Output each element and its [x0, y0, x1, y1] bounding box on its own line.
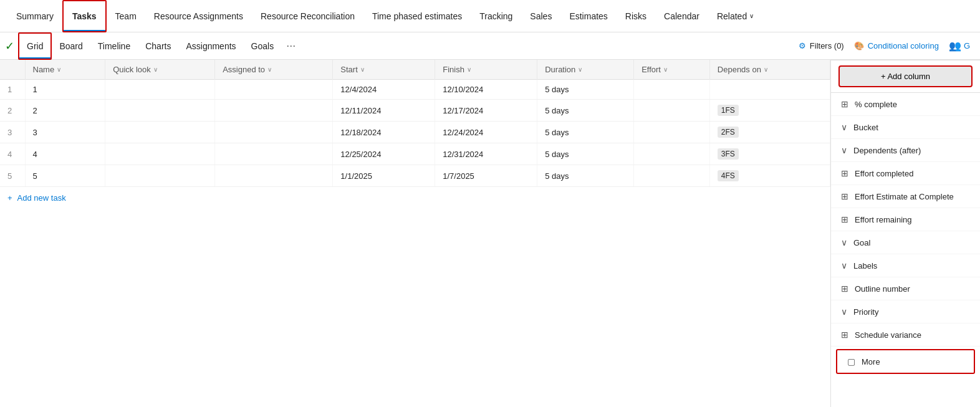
chevron-down-icon: ∨: [749, 12, 754, 19]
cell-assigned: [215, 100, 333, 122]
cell-name: 5: [25, 165, 105, 187]
sort-arrow-icon: ∨: [267, 66, 272, 73]
sort-arrow-icon: ∨: [764, 66, 768, 73]
col-label-finish: Finish: [443, 65, 464, 74]
cell-num: 4: [0, 143, 25, 165]
dropdown-item-percent-complete[interactable]: ⊞% complete: [831, 93, 980, 116]
group-button[interactable]: 👥G: [949, 40, 970, 52]
sort-arrow-icon: ∨: [57, 66, 61, 73]
cell-quicklook: [105, 80, 215, 100]
col-header-effort[interactable]: Effort∨: [634, 60, 710, 80]
depends-badge: 2FS: [718, 127, 739, 138]
table-row: 2212/11/202412/17/20245 days1FS: [0, 100, 830, 122]
cell-finish: 12/17/2024: [435, 100, 537, 122]
add-column-button[interactable]: + Add column: [838, 65, 973, 87]
cell-effort: [634, 100, 710, 122]
top-nav-item-related[interactable]: Related∨: [708, 0, 762, 32]
dropdown-item-label: Priority: [853, 307, 878, 317]
filter-button[interactable]: ⚙Filters (0): [799, 41, 844, 50]
dropdown-item-effort-estimate[interactable]: ⊞Effort Estimate at Complete: [831, 185, 980, 208]
dropdown-item-label: Effort Estimate at Complete: [855, 192, 954, 201]
cell-duration: 5 days: [537, 122, 634, 143]
dropdown-item-labels[interactable]: ∨Labels: [831, 254, 980, 277]
dropdown-item-label: Outline number: [855, 284, 910, 294]
col-header-name[interactable]: Name∨: [25, 60, 105, 80]
cell-name: 4: [25, 143, 105, 165]
cell-duration: 5 days: [537, 80, 634, 100]
col-header-finish[interactable]: Finish∨: [435, 60, 537, 80]
top-nav-item-resource-reconciliation[interactable]: Resource Reconciliation: [252, 0, 363, 32]
add-task-row[interactable]: + Add new task: [0, 187, 830, 209]
filter-icon: ⚙: [799, 41, 806, 50]
dropdown-item-label: Labels: [853, 261, 877, 271]
sort-arrow-icon: ∨: [663, 66, 668, 73]
depends-badge: 3FS: [718, 148, 739, 160]
col-header-depends[interactable]: Depends on∨: [709, 60, 830, 80]
cell-finish: 12/31/2024: [435, 143, 537, 165]
top-nav-item-risks[interactable]: Risks: [617, 0, 655, 32]
grid-icon: ⊞: [841, 284, 848, 294]
sub-nav-item-board[interactable]: Board: [52, 32, 90, 60]
cell-finish: 12/24/2024: [435, 122, 537, 143]
top-nav-item-estimates[interactable]: Estimates: [560, 0, 616, 32]
col-header-start[interactable]: Start∨: [333, 60, 435, 80]
sub-nav-right: ⚙Filters (0)🎨Conditional coloring👥G: [799, 40, 970, 52]
task-table: Name∨Quick look∨Assigned to∨Start∨Finish…: [0, 60, 830, 187]
dropdown-item-label: Schedule variance: [855, 330, 921, 340]
sort-arrow-icon: ∨: [360, 66, 365, 73]
cell-num: 5: [0, 165, 25, 187]
sub-nav-item-charts[interactable]: Charts: [138, 32, 178, 60]
dropdown-item-outline-number[interactable]: ⊞Outline number: [831, 277, 980, 300]
sub-nav-left: ✓ GridBoardTimelineChartsAssignmentsGoal…: [5, 32, 799, 60]
top-nav-item-summary[interactable]: Summary: [7, 0, 62, 32]
col-header-duration[interactable]: Duration∨: [537, 60, 634, 80]
dropdown-item-priority[interactable]: ∨Priority: [831, 300, 980, 323]
dropdown-item-effort-completed[interactable]: ⊞Effort completed: [831, 162, 980, 185]
sub-nav-item-grid[interactable]: Grid: [18, 32, 52, 60]
top-nav-item-team[interactable]: Team: [107, 0, 145, 32]
dropdown-item-schedule-variance[interactable]: ⊞Schedule variance: [831, 323, 980, 347]
conditional-coloring-button[interactable]: 🎨Conditional coloring: [854, 41, 939, 50]
cell-quicklook: [105, 100, 215, 122]
cell-depends: 3FS: [709, 143, 830, 165]
top-nav-item-resource-assignments[interactable]: Resource Assignments: [145, 0, 252, 32]
col-label-assigned: Assigned to: [223, 65, 265, 74]
top-nav-item-sales[interactable]: Sales: [521, 0, 560, 32]
sub-nav-more-button[interactable]: ···: [281, 39, 300, 52]
cell-name: 3: [25, 122, 105, 143]
top-nav-item-time-phased-estimates[interactable]: Time phased estimates: [363, 0, 471, 32]
square-icon: ▢: [847, 357, 855, 366]
cell-start: 1/1/2025: [333, 165, 435, 187]
cell-assigned: [215, 165, 333, 187]
table-row: 551/1/20251/7/20255 days4FS: [0, 165, 830, 187]
dropdown-items: ⊞% complete∨Bucket∨Dependents (after)⊞Ef…: [831, 93, 980, 374]
add-col-label: + Add column: [881, 72, 930, 81]
dropdown-item-dependents-after[interactable]: ∨Dependents (after): [831, 139, 980, 162]
cell-start: 12/4/2024: [333, 80, 435, 100]
top-nav: SummaryTasksTeamResource AssignmentsReso…: [0, 0, 980, 32]
col-header-assigned[interactable]: Assigned to∨: [215, 60, 333, 80]
cell-duration: 5 days: [537, 165, 634, 187]
sub-nav-item-timeline[interactable]: Timeline: [90, 32, 138, 60]
col-header-num[interactable]: [0, 60, 25, 80]
dropdown-item-effort-remaining[interactable]: ⊞Effort remaining: [831, 208, 980, 231]
add-col-btn-row: + Add column: [831, 60, 980, 93]
sub-nav-item-goals[interactable]: Goals: [244, 32, 282, 60]
dropdown-item-more[interactable]: ▢More: [836, 349, 975, 374]
top-nav-item-tasks[interactable]: Tasks: [62, 0, 107, 32]
cell-quicklook: [105, 143, 215, 165]
dropdown-item-goal[interactable]: ∨Goal: [831, 231, 980, 254]
cell-start: 12/18/2024: [333, 122, 435, 143]
grid-icon: ⊞: [841, 168, 848, 178]
cell-num: 2: [0, 100, 25, 122]
top-nav-item-calendar[interactable]: Calendar: [655, 0, 708, 32]
col-header-quicklook[interactable]: Quick look∨: [105, 60, 215, 80]
sub-nav-item-assignments[interactable]: Assignments: [178, 32, 243, 60]
dropdown-item-bucket[interactable]: ∨Bucket: [831, 116, 980, 139]
col-label-quicklook: Quick look: [113, 65, 151, 74]
grid-area: Name∨Quick look∨Assigned to∨Start∨Finish…: [0, 60, 830, 407]
cell-depends: 1FS: [709, 100, 830, 122]
top-nav-item-tracking[interactable]: Tracking: [471, 0, 521, 32]
cell-start: 12/11/2024: [333, 100, 435, 122]
main-content: Name∨Quick look∨Assigned to∨Start∨Finish…: [0, 60, 980, 407]
